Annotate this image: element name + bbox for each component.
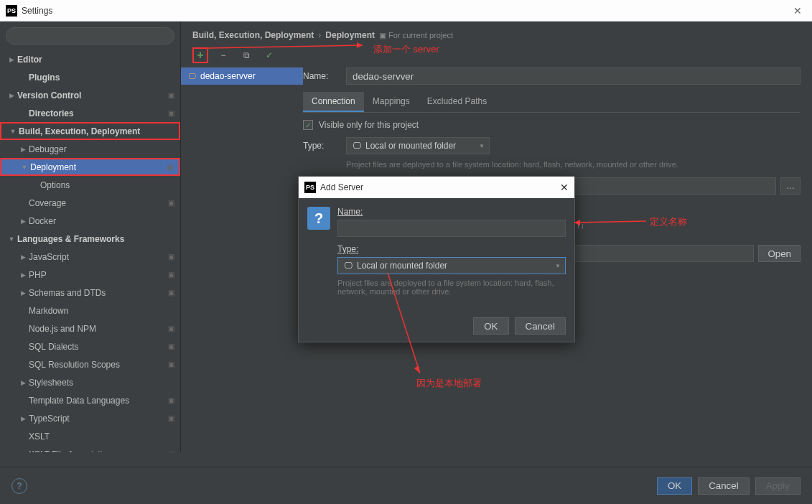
ok-button[interactable]: OK (657, 477, 692, 495)
sidebar-item[interactable]: Directories▣ (0, 104, 180, 122)
server-list-item[interactable]: 🖵 dedao-servver (181, 67, 303, 85)
sidebar-item[interactable]: Schemas and DTDs▣ (0, 284, 180, 302)
sidebar-item[interactable]: Plugins (0, 68, 180, 86)
sidebar-item-label: Stylesheets (29, 378, 174, 388)
folder-icon: 🖵 (344, 261, 353, 271)
sidebar-item[interactable]: Docker (0, 212, 180, 230)
sidebar-item-label: XSLT (29, 431, 174, 442)
sort-icon[interactable]: ↑↓ (577, 221, 584, 230)
project-scope-icon: ▣ (168, 199, 174, 207)
sidebar-item-label: Deployment (30, 162, 173, 172)
chevron-icon (6, 56, 17, 63)
project-scope-icon: ▣ (168, 271, 174, 279)
chevron-icon (17, 253, 29, 261)
tab-connection[interactable]: Connection (303, 92, 364, 112)
dialog-ok-button[interactable]: OK (473, 317, 508, 335)
close-icon[interactable]: ✕ (560, 182, 569, 193)
sidebar-item[interactable]: Version Control▣ (0, 86, 180, 104)
sidebar-item[interactable]: PHP▣ (0, 266, 180, 284)
question-icon: ? (307, 207, 330, 230)
sidebar-item[interactable]: Options (0, 176, 180, 194)
add-server-dialog: PS Add Server ✕ ? Name: ↑↓ Type: 🖵 Local… (298, 176, 575, 342)
sidebar-item-label: Version Control (17, 90, 174, 101)
remove-server-button[interactable]: − (215, 47, 231, 63)
sidebar-item-label: Options (40, 180, 174, 190)
sidebar-item[interactable]: Debugger (0, 140, 180, 158)
chevron-icon (17, 289, 29, 297)
sidebar-item[interactable]: Deployment▣ (0, 158, 180, 176)
browse-button-1[interactable]: … (780, 177, 801, 195)
sidebar-item-label: JavaScript (29, 252, 174, 262)
sidebar-item-label: Template Data Languages (29, 396, 174, 406)
sidebar-item-label: Editor (17, 55, 174, 65)
chevron-icon (17, 146, 29, 153)
settings-tree: EditorPluginsVersion Control▣Directories… (0, 50, 180, 452)
tab-excluded[interactable]: Excluded Paths (419, 92, 495, 112)
folder-icon: 🖵 (353, 141, 361, 151)
cancel-button[interactable]: Cancel (698, 477, 750, 495)
sidebar-item-label: Coverage (29, 198, 174, 208)
sidebar-item[interactable]: Languages & Frameworks (0, 230, 180, 248)
visible-only-label: Visible only for this project (319, 120, 419, 130)
dialog-name-input[interactable] (337, 220, 566, 237)
help-icon[interactable]: ? (11, 478, 27, 494)
app-icon: PS (304, 182, 316, 193)
chevron-icon (19, 164, 30, 171)
bottom-bar: ? OK Cancel Apply (0, 467, 812, 504)
dialog-cancel-button[interactable]: Cancel (515, 317, 566, 335)
sidebar-item[interactable]: Editor (0, 50, 180, 68)
chevron-icon (17, 218, 29, 225)
close-icon[interactable]: ✕ (789, 5, 806, 17)
sidebar-item[interactable]: XSLT File Associations▣ (0, 445, 180, 452)
titlebar: PS Settings ✕ (0, 0, 812, 22)
sidebar-item[interactable]: Template Data Languages▣ (0, 391, 180, 409)
project-scope-icon: ▣ (168, 414, 174, 422)
breadcrumb: Build, Execution, Deployment › Deploymen… (181, 22, 812, 43)
name-label: Name: (303, 71, 339, 81)
search-input[interactable] (6, 27, 174, 45)
copy-server-button[interactable]: ⧉ (238, 47, 254, 63)
sidebar-item-label: PHP (29, 270, 174, 280)
sidebar-item-label: Debugger (29, 144, 174, 154)
visible-only-checkbox[interactable]: ✓ (303, 120, 313, 130)
sidebar-item[interactable]: Build, Execution, Deployment (0, 122, 180, 140)
project-scope-icon: ▣ (168, 396, 174, 404)
sidebar-item[interactable]: Node.js and NPM▣ (0, 319, 180, 337)
chevron-icon (6, 92, 17, 99)
dialog-name-label: Name: (337, 207, 566, 217)
sidebar-item[interactable]: TypeScript▣ (0, 409, 180, 427)
default-server-button[interactable]: ✓ (261, 47, 277, 63)
project-scope-icon: ▣ (168, 91, 174, 99)
sidebar-item-label: Plugins (29, 73, 174, 83)
sidebar-item[interactable]: XSLT (0, 427, 180, 445)
chevron-icon (6, 235, 17, 243)
dialog-type-hint: Project files are deployed to a file sys… (337, 279, 566, 296)
chevron-icon (17, 379, 29, 386)
dialog-type-dropdown[interactable]: 🖵 Local or mounted folder (337, 257, 566, 274)
sidebar-item-label: Node.js and NPM (29, 324, 174, 334)
open-button[interactable]: Open (758, 245, 801, 262)
app-icon: PS (6, 5, 17, 17)
sidebar-item-label: Languages & Frameworks (17, 234, 174, 244)
sidebar-item[interactable]: JavaScript▣ (0, 248, 180, 266)
server-list: 🖵 dedao-servver (181, 67, 303, 452)
project-scope-icon: ▣ (168, 450, 174, 452)
sidebar-item[interactable]: SQL Resolution Scopes▣ (0, 355, 180, 373)
apply-button[interactable]: Apply (755, 477, 801, 495)
sidebar-item[interactable]: SQL Dialects▣ (0, 337, 180, 355)
server-name-input[interactable] (346, 67, 801, 85)
project-scope-icon: ▣ (168, 325, 174, 332)
type-label: Type: (303, 141, 339, 151)
tab-mappings[interactable]: Mappings (364, 92, 419, 112)
sidebar-item-label: Schemas and DTDs (29, 288, 174, 298)
sidebar: ⌕ EditorPluginsVersion Control▣Directori… (0, 22, 181, 452)
sidebar-item-label: SQL Resolution Scopes (29, 360, 174, 370)
project-scope-icon: ▣ (167, 163, 173, 171)
sidebar-item[interactable]: Stylesheets (0, 373, 180, 391)
chevron-icon (17, 271, 29, 279)
type-dropdown[interactable]: 🖵 Local or mounted folder (346, 137, 490, 154)
sidebar-item[interactable]: Markdown (0, 302, 180, 319)
sidebar-item-label: SQL Dialects (29, 342, 174, 352)
sidebar-item[interactable]: Coverage▣ (0, 194, 180, 212)
add-server-button[interactable]: + (192, 47, 208, 63)
